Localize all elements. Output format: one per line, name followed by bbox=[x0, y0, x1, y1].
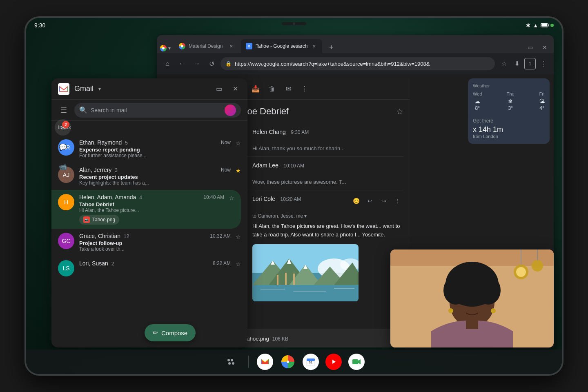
subject-4: Project follow-up bbox=[79, 240, 231, 246]
tab2-close[interactable]: ✕ bbox=[311, 43, 317, 49]
email-item-helen-adam-amanda[interactable]: H Helen, Adam, Amanda 4 10:40 AM Tahoe D… bbox=[51, 190, 241, 229]
delete-icon[interactable]: 🗑 bbox=[265, 82, 278, 96]
email-item-grace-christian[interactable]: GC Grace, Christian 12 10:32 AM Project … bbox=[51, 229, 247, 256]
taskbar-calendar-icon[interactable]: 31 bbox=[303, 354, 319, 370]
svg-point-26 bbox=[452, 264, 492, 296]
gmail-window-box-button[interactable]: ▭ bbox=[213, 83, 225, 95]
star-1[interactable]: ☆ bbox=[236, 140, 241, 147]
star-4[interactable]: ☆ bbox=[236, 234, 241, 240]
email-attachment-3[interactable]: 📷 Tahoe.png bbox=[79, 215, 119, 225]
time-4: 10:32 AM bbox=[210, 233, 231, 239]
status-bar: 9:30 ✱ ▲ bbox=[26, 18, 562, 33]
window-close-button[interactable]: ✕ bbox=[539, 42, 550, 53]
email-detail-panel: ↗ 📥 🗑 ✉ ⋮ Tahoe Debrief ☆ HC Helen Cha bbox=[226, 78, 410, 347]
email-content-5: Lori, Susan 2 8:22 AM bbox=[79, 260, 231, 267]
compose-button[interactable]: ✏ Compose bbox=[145, 324, 196, 341]
taskbar: 31 bbox=[26, 350, 562, 374]
download-icon[interactable]: ⬇ bbox=[511, 58, 523, 69]
reply-button[interactable]: ↩ bbox=[364, 195, 376, 207]
address-bar[interactable]: 🔒 https://www.google.com/search?q=lake+t… bbox=[220, 57, 495, 70]
new-tab-button[interactable]: + bbox=[325, 42, 337, 53]
mark-unread-icon[interactable]: ✉ bbox=[282, 82, 295, 96]
email-item-alan-jerrery[interactable]: AJ Alan, Jerrery 3 Now Recent project up… bbox=[51, 163, 247, 190]
msg-preview-helen: Hi Alan, thank you so much for sharin... bbox=[233, 145, 403, 151]
nav-video-icon[interactable]: 📹 bbox=[55, 158, 71, 175]
gmail-search-bar: ☰ 🔍 Search in mail bbox=[51, 100, 247, 121]
star-5[interactable]: ☆ bbox=[236, 261, 241, 267]
forward-button[interactable]: → bbox=[191, 58, 203, 69]
tab-material-design[interactable]: Material Design ✕ bbox=[174, 39, 239, 53]
tab1-close[interactable]: ✕ bbox=[228, 43, 234, 49]
thu-temp: 3° bbox=[507, 105, 514, 111]
taskbar-divider bbox=[248, 356, 249, 368]
gmail-dropdown-icon[interactable]: ▾ bbox=[98, 86, 101, 92]
gmail-left-nav: ✉ 2 💬 📹 bbox=[51, 78, 74, 347]
chrome-logo bbox=[160, 45, 167, 51]
chrome-dropdown[interactable]: ▾ bbox=[168, 45, 171, 51]
reload-button[interactable]: ↺ bbox=[206, 58, 217, 69]
tab1-title: Material Design bbox=[189, 43, 225, 49]
search-placeholder: Search in mail bbox=[91, 107, 127, 114]
svg-point-28 bbox=[448, 308, 453, 313]
archive-icon[interactable]: 📥 bbox=[249, 82, 262, 96]
browser-controls: ⌂ ← → ↺ 🔒 https://www.google.com/search?… bbox=[157, 53, 554, 74]
search-input[interactable]: 🔍 Search in mail bbox=[74, 103, 241, 118]
message-header-helen: HC Helen Chang 9:30 AM bbox=[233, 128, 403, 143]
message-item-adam[interactable]: AL Adam Lee 10:10 AM Wow, these pictures… bbox=[233, 157, 403, 190]
tab2-title: Tahoe - Google sesarch bbox=[256, 43, 307, 49]
star-3[interactable]: ☆ bbox=[229, 195, 234, 201]
apps-search-button[interactable] bbox=[224, 354, 240, 370]
email-header-2: Alan, Jerrery 3 Now bbox=[79, 167, 231, 173]
compose-label: Compose bbox=[161, 330, 187, 336]
email-item-ethan-raymond[interactable]: ER Ethan, Raymond 5 Now Expense report p… bbox=[51, 135, 247, 163]
forward-button[interactable]: ↪ bbox=[378, 195, 390, 207]
lori-msg-actions: 😊 ↩ ↪ ⋮ bbox=[350, 195, 403, 207]
msg-meta-lori: Lori Cole 10:20 AM bbox=[252, 195, 345, 203]
more-msg-options[interactable]: ⋮ bbox=[392, 195, 403, 207]
msg-sender-lori: Lori Cole bbox=[252, 196, 275, 202]
fri-label: Fri bbox=[539, 91, 545, 96]
more-options-icon[interactable]: ⋮ bbox=[537, 58, 549, 69]
status-time: 9:30 bbox=[34, 22, 45, 29]
nav-inbox-icon[interactable]: ✉ 2 bbox=[55, 119, 71, 136]
taskbar-gmail-icon[interactable] bbox=[257, 354, 273, 370]
tab-count-icon[interactable]: 1 bbox=[524, 58, 536, 69]
email-header-3: Helen, Adam, Amanda 4 10:40 AM bbox=[79, 194, 224, 200]
back-button[interactable]: ← bbox=[176, 58, 188, 69]
emoji-reaction-button[interactable]: 😊 bbox=[350, 195, 362, 207]
taskbar-meet-icon[interactable] bbox=[348, 354, 365, 370]
nav-chat-icon[interactable]: 💬 bbox=[55, 139, 71, 155]
gmail-header: Gmail ▾ ▭ ✕ bbox=[51, 78, 247, 100]
star-2[interactable]: ★ bbox=[236, 167, 241, 174]
gmail-title: Gmail bbox=[74, 85, 94, 93]
tab-tahoe-search[interactable]: G Tahoe - Google sesarch ✕ bbox=[241, 39, 322, 53]
svg-point-34 bbox=[532, 260, 543, 272]
weather-day-wed: Wed ☁ 8° bbox=[473, 91, 482, 111]
preview-1: For further assistance please... bbox=[79, 153, 231, 158]
email-header-5: Lori, Susan 2 8:22 AM bbox=[79, 260, 231, 267]
taskbar-youtube-icon[interactable] bbox=[325, 354, 342, 370]
video-call-scene bbox=[390, 249, 554, 347]
window-minimize-button[interactable]: ▭ bbox=[524, 42, 536, 53]
message-item-helen[interactable]: HC Helen Chang 9:30 AM Hi Alan, thank yo… bbox=[233, 123, 403, 157]
email-detail-subject: Tahoe Debrief ☆ bbox=[226, 100, 410, 123]
time-3: 10:40 AM bbox=[203, 194, 224, 200]
fri-temp: 4° bbox=[539, 105, 545, 111]
taskbar-chrome-icon[interactable] bbox=[280, 354, 296, 370]
svg-rect-27 bbox=[466, 319, 478, 329]
gmail-close-button[interactable]: ✕ bbox=[229, 83, 241, 95]
detail-star-icon[interactable]: ☆ bbox=[396, 107, 403, 116]
email-item-lori-susan[interactable]: LS Lori, Susan 2 8:22 AM ☆ bbox=[51, 256, 247, 281]
svg-rect-15 bbox=[293, 274, 295, 285]
more-actions-icon[interactable]: ⋮ bbox=[298, 82, 311, 96]
wifi-icon: ▲ bbox=[533, 22, 538, 29]
home-button[interactable]: ⌂ bbox=[162, 58, 173, 69]
svg-point-32 bbox=[516, 267, 526, 277]
gmail-panel: Gmail ▾ ▭ ✕ ☰ 🔍 Search in mail bbox=[51, 78, 247, 347]
bookmark-icon[interactable]: ☆ bbox=[498, 58, 510, 69]
weather-day-thu: Thu ❄ 3° bbox=[507, 91, 514, 111]
svg-rect-14 bbox=[285, 273, 287, 285]
browser-action-icons: ☆ ⬇ 1 ⋮ bbox=[498, 58, 549, 69]
msg-preview-adam: Wow, these picturese are awesome. T... bbox=[233, 179, 403, 185]
attachment-bar: 📷 Tahoe.png 106 KB ✕ bbox=[226, 330, 410, 347]
